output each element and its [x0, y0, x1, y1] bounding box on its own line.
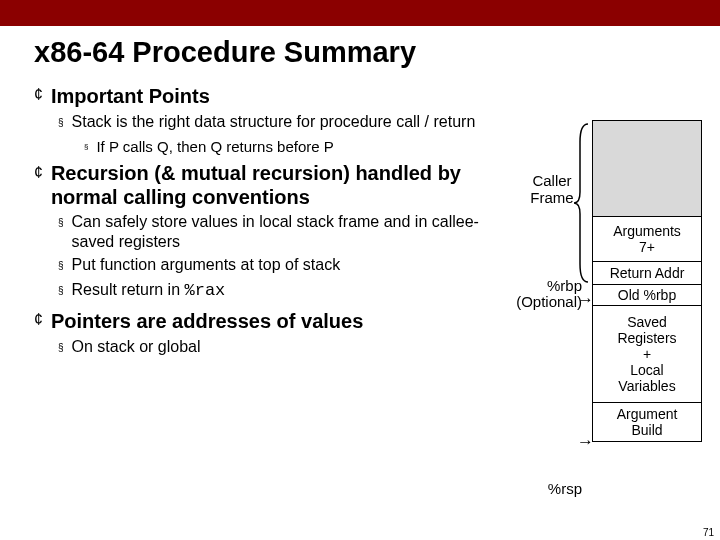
- stack-diagram: Arguments 7+ Return Addr Old %rbp Saved …: [592, 120, 702, 442]
- bullet-icon: ¢: [34, 161, 43, 185]
- slide: x86-64 Procedure Summary ¢ Important Poi…: [0, 0, 720, 540]
- square-icon: §: [58, 112, 64, 134]
- sub-bullet: § Result return in %rax: [58, 280, 520, 302]
- square-icon: §: [58, 212, 64, 234]
- bullet-text: On stack or global: [72, 337, 201, 357]
- bullet-text: Can safely store values in local stack f…: [72, 212, 520, 252]
- sub-bullet: § Put function arguments at top of stack: [58, 255, 520, 277]
- section-heading: ¢ Recursion (& mutual recursion) handled…: [34, 161, 520, 209]
- argument-build-cell: Argument Build: [592, 402, 702, 442]
- bullet-icon: ¢: [34, 308, 43, 332]
- sub-sub-bullet: § If P calls Q, then Q returns before P: [84, 137, 520, 157]
- slide-title: x86-64 Procedure Summary: [0, 26, 720, 83]
- square-sub-icon: §: [84, 137, 88, 157]
- sub-bullet: § On stack or global: [58, 337, 520, 359]
- caller-frame-label: Caller Frame: [522, 172, 582, 206]
- caller-frame-cell: [592, 120, 702, 216]
- bullet-text: Put function arguments at top of stack: [72, 255, 341, 275]
- heading-text: Important Points: [51, 83, 210, 109]
- arrow-icon: →: [577, 290, 594, 310]
- bullet-text: Result return in %rax: [72, 280, 226, 301]
- rsp-label: %rsp: [522, 480, 582, 497]
- heading-text: Pointers are addresses of values: [51, 308, 363, 334]
- bullet-text: If P calls Q, then Q returns before P: [96, 137, 333, 156]
- bullet-text: Stack is the right data structure for pr…: [72, 112, 476, 132]
- arrow-icon: →: [577, 432, 594, 452]
- square-icon: §: [58, 337, 64, 359]
- square-icon: §: [58, 280, 64, 302]
- heading-text: Recursion (& mutual recursion) handled b…: [51, 161, 520, 209]
- square-icon: §: [58, 255, 64, 277]
- section-heading: ¢ Pointers are addresses of values: [34, 308, 520, 334]
- old-rbp-cell: Old %rbp: [592, 284, 702, 306]
- rbp-label: %rbp (Optional): [512, 278, 582, 310]
- code-text: %rax: [185, 281, 226, 300]
- arguments-cell: Arguments 7+: [592, 216, 702, 262]
- saved-registers-cell: Saved Registers + Local Variables: [592, 306, 702, 402]
- sub-bullet: § Stack is the right data structure for …: [58, 112, 520, 134]
- sub-bullet: § Can safely store values in local stack…: [58, 212, 520, 252]
- bullet-pre: Result return in: [72, 281, 185, 298]
- return-addr-cell: Return Addr: [592, 262, 702, 284]
- bullet-icon: ¢: [34, 83, 43, 107]
- section-heading: ¢ Important Points: [34, 83, 520, 109]
- page-number: 71: [703, 527, 714, 538]
- top-bar: [0, 0, 720, 26]
